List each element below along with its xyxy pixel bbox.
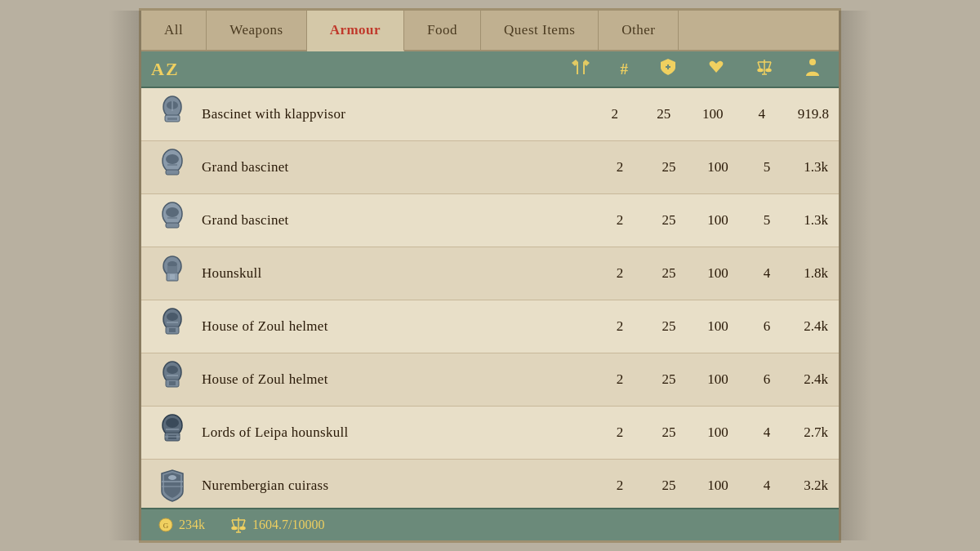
weight-icon bbox=[755, 58, 773, 80]
list-item[interactable]: House of Zoul helmet 2 25 100 6 2.4k bbox=[141, 353, 839, 407]
item-icon bbox=[151, 146, 194, 189]
stat-col3: 100 bbox=[705, 265, 731, 282]
svg-rect-23 bbox=[166, 223, 179, 228]
weight-value: 1604.7/10000 bbox=[252, 518, 324, 532]
stat-col1: 2 bbox=[607, 478, 633, 494]
stat-col3: 100 bbox=[705, 424, 731, 441]
stat-col4: 4 bbox=[754, 265, 780, 282]
svg-marker-0 bbox=[572, 60, 590, 74]
item-name: House of Zoul helmet bbox=[202, 318, 600, 335]
stat-col1: 2 bbox=[607, 159, 633, 176]
stat-price: 1.3k bbox=[803, 212, 829, 229]
list-item[interactable]: Grand bascinet 2 25 100 5 1.3k bbox=[141, 141, 839, 194]
stat-col4: 4 bbox=[749, 106, 775, 122]
item-icon bbox=[151, 305, 194, 348]
tab-food[interactable]: Food bbox=[404, 11, 481, 50]
svg-point-18 bbox=[166, 154, 179, 164]
item-icon bbox=[151, 252, 194, 295]
stat-col2: 25 bbox=[656, 371, 682, 388]
stat-col2: 25 bbox=[656, 159, 682, 176]
svg-rect-28 bbox=[170, 274, 175, 279]
svg-point-47 bbox=[168, 475, 176, 480]
item-icon bbox=[151, 199, 194, 242]
stat-col3: 100 bbox=[705, 159, 731, 176]
stat-col1: 2 bbox=[607, 371, 633, 388]
shirt-icon bbox=[572, 58, 590, 80]
stat-col3: 100 bbox=[700, 106, 726, 122]
svg-point-58 bbox=[232, 527, 237, 530]
item-name: Nurembergian cuirass bbox=[202, 478, 600, 494]
item-list: Bascinet with klappvisor 2 25 100 4 919.… bbox=[141, 88, 839, 509]
scale-footer-icon bbox=[229, 516, 247, 534]
item-icon bbox=[151, 464, 194, 507]
stat-col3: 100 bbox=[705, 212, 731, 229]
tab-weapons[interactable]: Weapons bbox=[207, 11, 306, 50]
item-icon bbox=[151, 358, 194, 401]
stat-col1: 2 bbox=[607, 424, 633, 441]
stat-col4: 6 bbox=[754, 318, 780, 335]
svg-point-36 bbox=[167, 366, 178, 374]
stat-col2: 25 bbox=[656, 318, 682, 335]
stat-col4: 4 bbox=[754, 478, 780, 494]
stat-col2: 25 bbox=[656, 265, 682, 282]
list-item[interactable]: Hounskull 2 25 100 4 1.8k bbox=[141, 247, 839, 300]
svg-rect-38 bbox=[169, 381, 176, 385]
header-icons: # bbox=[314, 58, 829, 80]
stat-col4: 5 bbox=[754, 159, 780, 176]
count-icon: # bbox=[621, 60, 629, 78]
stat-price: 2.7k bbox=[803, 424, 829, 441]
list-item[interactable]: Nurembergian cuirass 2 25 100 4 3.2k bbox=[141, 460, 839, 509]
stat-col1: 2 bbox=[607, 212, 633, 229]
stat-col2: 25 bbox=[656, 424, 682, 441]
svg-line-5 bbox=[758, 62, 760, 69]
tab-armour[interactable]: Armour bbox=[307, 11, 404, 51]
stat-col2: 25 bbox=[656, 212, 682, 229]
tab-quest-items[interactable]: Quest Items bbox=[481, 11, 599, 50]
stat-price: 1.3k bbox=[803, 159, 829, 176]
stat-col1: 2 bbox=[602, 106, 628, 122]
merchant-icon bbox=[804, 58, 821, 80]
inventory-panel: All Weapons Armour Food Quest Items Othe… bbox=[139, 8, 841, 543]
stat-col4: 6 bbox=[754, 371, 780, 388]
stat-col1: 2 bbox=[607, 265, 633, 282]
item-stats: 2 25 100 4 919.8 bbox=[600, 106, 829, 122]
svg-line-56 bbox=[232, 520, 234, 527]
stat-col3: 100 bbox=[705, 371, 731, 388]
stat-col3: 100 bbox=[705, 478, 731, 494]
svg-rect-19 bbox=[166, 170, 179, 175]
sort-label[interactable]: AZ bbox=[151, 59, 314, 80]
list-item[interactable]: Grand bascinet 2 25 100 5 1.3k bbox=[141, 194, 839, 247]
tab-bar: All Weapons Armour Food Quest Items Othe… bbox=[141, 11, 839, 51]
svg-rect-33 bbox=[169, 328, 176, 332]
stat-col3: 100 bbox=[705, 318, 731, 335]
item-stats: 2 25 100 4 1.8k bbox=[600, 265, 829, 282]
list-item[interactable]: Lords of Leipa hounskull 2 25 100 4 2.7k bbox=[141, 407, 839, 460]
item-name: House of Zoul helmet bbox=[202, 371, 600, 388]
health-icon bbox=[708, 59, 724, 79]
svg-point-31 bbox=[167, 313, 178, 321]
item-name: Grand bascinet bbox=[202, 212, 600, 229]
stat-price: 1.8k bbox=[803, 265, 829, 282]
svg-rect-15 bbox=[167, 118, 177, 120]
stat-price: 2.4k bbox=[803, 318, 829, 335]
list-item[interactable]: House of Zoul helmet 2 25 100 6 2.4k bbox=[141, 300, 839, 353]
footer-groschen: G 234k bbox=[158, 517, 205, 533]
item-stats: 2 25 100 6 2.4k bbox=[600, 371, 829, 388]
groschen-value: 234k bbox=[179, 518, 205, 532]
stat-price: 919.8 bbox=[798, 106, 829, 122]
svg-line-6 bbox=[768, 62, 771, 69]
list-header: AZ # bbox=[141, 51, 839, 88]
stat-col1: 2 bbox=[607, 318, 633, 335]
tab-other[interactable]: Other bbox=[599, 11, 679, 50]
stat-col2: 25 bbox=[656, 478, 682, 494]
list-item[interactable]: Bascinet with klappvisor 2 25 100 4 919.… bbox=[141, 88, 839, 141]
item-name: Grand bascinet bbox=[202, 159, 600, 176]
stat-col2: 25 bbox=[651, 106, 677, 122]
item-name: Hounskull bbox=[202, 265, 600, 282]
tab-all[interactable]: All bbox=[141, 11, 207, 50]
svg-text:G: G bbox=[163, 522, 169, 530]
stat-price: 3.2k bbox=[803, 478, 829, 494]
item-stats: 2 25 100 6 2.4k bbox=[600, 318, 829, 335]
svg-point-11 bbox=[809, 59, 816, 65]
item-name: Lords of Leipa hounskull bbox=[202, 424, 600, 441]
